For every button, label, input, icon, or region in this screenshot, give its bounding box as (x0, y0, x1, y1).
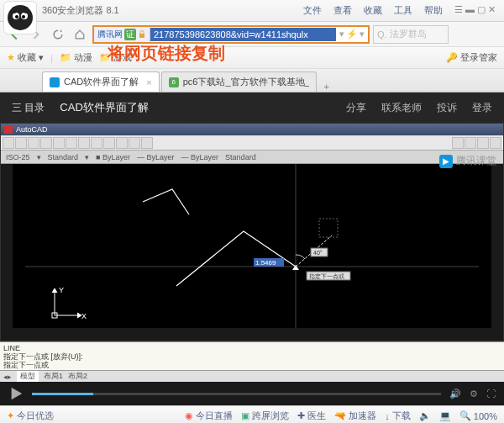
svg-text:X: X (81, 312, 87, 320)
search-box[interactable]: Q. 法罗群岛 (373, 25, 449, 44)
menu-favorites[interactable]: 收藏 (359, 3, 387, 19)
menu-view[interactable]: 查看 (328, 3, 357, 19)
search-engine-icon[interactable]: Q. (377, 29, 387, 40)
cad-titlebar: AutoCAD (1, 124, 503, 135)
cad-canvas: 1.5469 40° 指定下一点或 Y X (13, 164, 491, 328)
status-filter[interactable]: 🔫加速器 (334, 410, 376, 422)
cad-toolbar-1 (1, 135, 503, 151)
favorites-button[interactable]: ★收藏 ▾ (7, 51, 44, 64)
site-identity-badge[interactable]: 腾讯网 证 (94, 27, 150, 42)
svg-text:40°: 40° (313, 250, 323, 256)
fullscreen-icon[interactable]: ⛶ (486, 389, 496, 399)
status-doctor[interactable]: ✚医生 (297, 410, 326, 422)
svg-point-6 (24, 7, 29, 13)
menu-file[interactable]: 文件 (298, 3, 327, 19)
svg-rect-11 (319, 219, 338, 237)
tab-active[interactable]: CAD软件界面了解 × (42, 71, 160, 92)
svg-point-4 (22, 15, 25, 19)
cad-bottom-tabs: ◂▸模型布局1布局2 (0, 370, 504, 382)
video-controls[interactable]: 🔊 ⚙ ⛶ (0, 382, 504, 405)
complain-link[interactable]: 投诉 (437, 101, 457, 115)
url-dropdown-icon[interactable]: ▾ (360, 29, 365, 40)
tab-close-icon[interactable]: × (146, 77, 151, 87)
status-youxuan[interactable]: ✦今日优选 (7, 410, 54, 422)
login-link[interactable]: 登录 (472, 101, 492, 115)
play-button[interactable] (8, 386, 24, 401)
svg-text:指定下一点或: 指定下一点或 (308, 273, 344, 280)
settings-icon[interactable]: ⚙ (470, 389, 478, 399)
watermark: ▶腾讯课堂 (439, 154, 496, 168)
annotation-overlay: 将网页链接复制 (108, 42, 225, 65)
browser-avatar (3, 1, 37, 34)
svg-point-5 (12, 7, 17, 13)
share-link[interactable]: 分享 (346, 101, 366, 115)
menu-tools[interactable]: 工具 (389, 3, 417, 19)
svg-text:1.5469: 1.5469 (255, 259, 276, 267)
search-placeholder: 法罗群岛 (390, 28, 427, 40)
tab-favicon: 6 (169, 77, 179, 87)
tab-favicon (50, 77, 60, 87)
login-manager[interactable]: 🔑 登录管家 (446, 51, 497, 64)
app-title: 360安全浏览器 8.1 (42, 4, 119, 17)
menu-manage-icon[interactable]: ☰ ▬ ▢ ✕ (449, 3, 501, 19)
svg-point-0 (8, 5, 33, 30)
status-mute-icon[interactable]: 🔈 (419, 410, 431, 421)
tab-inactive[interactable]: 6 pc6下载站_官方软件下载基地_最安 (161, 71, 317, 92)
url-text[interactable]: 217875398623808&vid=w1411shqulx (150, 28, 336, 41)
status-zoom[interactable]: 🔍100% (459, 410, 497, 421)
svg-text:Y: Y (59, 286, 64, 294)
bookmark-anime[interactable]: 📁 动漫 (60, 51, 92, 64)
speed-icon[interactable]: ⚡ (346, 29, 358, 40)
cad-command-window: LINE 指定下一点或 [放弃(U)]: 指定下一点或 (0, 341, 504, 370)
cad-video-area: AutoCAD ISO-25▾ Standard▾ ■ ByLayer — By… (0, 123, 504, 341)
lock-icon (138, 30, 146, 39)
home-button[interactable] (71, 25, 89, 44)
status-download[interactable]: ↓下载 (385, 410, 411, 422)
menu-help[interactable]: 帮助 (419, 3, 448, 19)
cad-toolbar-2: ISO-25▾ Standard▾ ■ ByLayer — ByLayer — … (1, 151, 503, 164)
address-bar[interactable]: 腾讯网 证 217875398623808&vid=w1411shqulx ▾ … (92, 25, 370, 44)
contact-link[interactable]: 联系老师 (381, 101, 422, 115)
toc-button[interactable]: 三 目录 (12, 101, 45, 115)
status-live[interactable]: ◉今日直播 (185, 410, 233, 422)
status-net-icon[interactable]: 💻 (439, 410, 451, 421)
page-title: CAD软件界面了解 (60, 100, 148, 115)
progress-bar[interactable] (32, 393, 441, 395)
status-cross[interactable]: ▣跨屏浏览 (241, 410, 289, 422)
star-icon: ★ (7, 52, 15, 63)
svg-point-3 (15, 15, 18, 19)
reload-button[interactable] (49, 25, 67, 44)
dropdown-icon[interactable]: ▾ (339, 29, 344, 40)
new-tab-button[interactable]: + (318, 82, 335, 92)
volume-icon[interactable]: 🔊 (449, 389, 461, 399)
svg-rect-7 (139, 34, 144, 38)
